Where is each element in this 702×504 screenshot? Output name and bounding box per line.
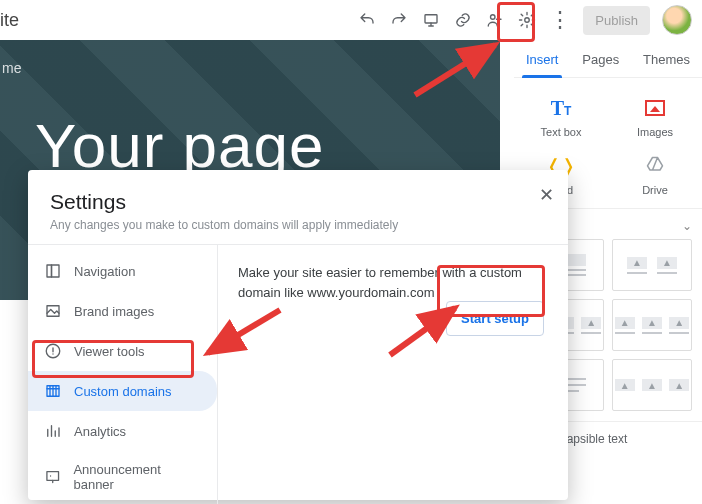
insert-drive[interactable]: Drive [625,152,685,196]
nav-announcement[interactable]: Announcement banner [28,451,217,503]
preview-icon[interactable] [421,10,441,30]
tab-pages[interactable]: Pages [578,40,623,77]
nav-label: Announcement banner [73,462,201,492]
svg-rect-0 [425,15,437,23]
custom-domains-icon [44,382,62,400]
settings-modal: ✕ Settings Any changes you make to custo… [28,170,568,500]
nav-label: Navigation [74,264,135,279]
tab-themes[interactable]: Themes [639,40,694,77]
close-icon[interactable]: ✕ [539,184,554,206]
svg-point-2 [525,18,530,23]
page-title[interactable]: Your page [0,40,500,181]
start-setup-button[interactable]: Start setup [446,301,544,336]
textbox-icon: TT [551,97,572,120]
top-toolbar: ite ⋮ Publish [0,0,702,40]
nav-label: Viewer tools [74,344,145,359]
viewer-tools-icon [44,342,62,360]
layout-card[interactable]: ▲▲▲ [612,359,692,411]
chevron-down-icon[interactable]: ⌄ [682,219,692,233]
nav-label: Custom domains [74,384,172,399]
content-text: Make your site easier to remember with a… [238,263,538,302]
layout-card[interactable]: ▲▲ [612,239,692,291]
drive-icon [644,155,666,177]
nav-brand-images[interactable]: Brand images [28,291,217,331]
nav-navigation[interactable]: Navigation [28,251,217,291]
link-icon[interactable] [453,10,473,30]
analytics-icon [44,422,62,440]
insert-textbox[interactable]: TT Text box [531,94,591,138]
insert-images[interactable]: Images [625,94,685,138]
more-icon[interactable]: ⋮ [549,9,571,31]
site-name: ite [0,0,19,40]
modal-content: Make your site easier to remember with a… [218,245,568,504]
svg-point-1 [491,15,496,20]
redo-icon[interactable] [389,10,409,30]
insert-images-label: Images [637,126,673,138]
brand-images-icon [44,302,62,320]
announcement-icon [44,468,61,486]
nav-analytics[interactable]: Analytics [28,411,217,451]
nav-label: Analytics [74,424,126,439]
modal-subtitle: Any changes you make to custom domains w… [50,218,546,232]
insert-drive-label: Drive [642,184,668,196]
avatar[interactable] [662,5,692,35]
svg-rect-8 [47,472,59,481]
modal-nav: Navigation Brand images Viewer tools Cus… [28,245,218,504]
nav-label: Brand images [74,304,154,319]
hero-home-label: me [0,60,21,76]
layout-card[interactable]: ▲▲▲ [612,299,692,351]
navigation-icon [44,262,62,280]
tab-insert[interactable]: Insert [522,40,563,77]
insert-textbox-label: Text box [541,126,582,138]
svg-rect-4 [52,265,60,277]
publish-button[interactable]: Publish [583,6,650,35]
nav-viewer-tools[interactable]: Viewer tools [28,331,217,371]
share-icon[interactable] [485,10,505,30]
undo-icon[interactable] [357,10,377,30]
modal-title: Settings [50,190,546,214]
side-tabs: Insert Pages Themes [514,40,702,78]
nav-custom-domains[interactable]: Custom domains [28,371,217,411]
gear-icon[interactable] [517,10,537,30]
images-icon [645,100,665,116]
